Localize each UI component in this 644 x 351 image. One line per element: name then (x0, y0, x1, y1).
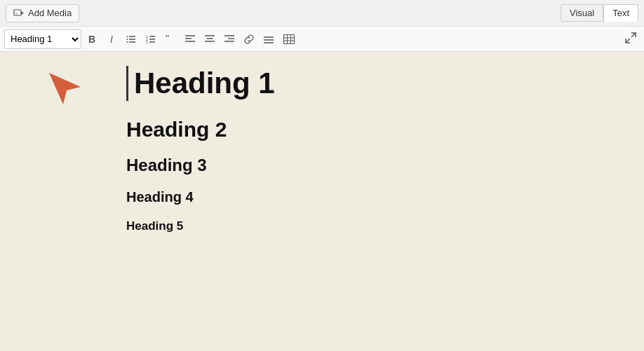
expand-icon (624, 32, 637, 44)
align-left-icon (185, 34, 195, 44)
table-icon (283, 34, 295, 44)
svg-point-7 (127, 39, 128, 40)
more-button[interactable] (260, 30, 278, 48)
ol-button[interactable]: 1.2.3. (142, 30, 160, 48)
editor-tabs: Visual Text (561, 4, 638, 22)
heading-1[interactable]: Heading 1 (134, 66, 616, 101)
arrow-cursor-svg (42, 66, 105, 129)
table-button[interactable] (279, 30, 299, 48)
italic-button[interactable]: I (102, 30, 121, 48)
align-left-button[interactable] (181, 30, 199, 48)
heading-3[interactable]: Heading 3 (126, 156, 616, 175)
expand-button[interactable] (622, 30, 640, 48)
svg-marker-1 (21, 11, 24, 15)
svg-rect-28 (284, 34, 295, 43)
blockquote-icon: " (166, 34, 175, 44)
editor-content[interactable]: Heading 1 Heading 2 Heading 3 Heading 4 … (126, 66, 616, 233)
editor-toolbar: Paragraph Heading 1 Heading 2 Heading 3 … (0, 27, 644, 52)
cursor-arrow (42, 66, 105, 129)
align-right-button[interactable] (220, 30, 239, 48)
link-icon (244, 34, 254, 44)
add-media-icon: + (13, 8, 25, 19)
blockquote-button[interactable]: " (161, 30, 180, 48)
svg-line-33 (631, 33, 636, 37)
align-right-icon (224, 34, 234, 44)
editor-area[interactable]: Heading 1 Heading 2 Heading 3 Heading 4 … (0, 52, 644, 351)
svg-text:": " (166, 34, 169, 44)
add-media-button[interactable]: + Add Media (6, 4, 79, 22)
tab-text[interactable]: Text (603, 4, 638, 22)
heading-4[interactable]: Heading 4 (126, 189, 616, 205)
heading-2[interactable]: Heading 2 (126, 118, 616, 142)
bold-button[interactable]: B (83, 30, 101, 48)
svg-marker-35 (49, 73, 81, 104)
ol-icon: 1.2.3. (146, 34, 156, 44)
top-bar: + Add Media Visual Text (0, 0, 644, 27)
align-center-button[interactable] (201, 30, 219, 48)
svg-text:+: + (15, 11, 18, 15)
svg-point-6 (127, 36, 128, 37)
svg-line-34 (626, 39, 630, 43)
ul-icon (126, 34, 136, 44)
tab-visual[interactable]: Visual (561, 4, 603, 22)
svg-text:3.: 3. (146, 40, 149, 43)
link-button[interactable] (240, 30, 258, 48)
ul-button[interactable] (122, 30, 140, 48)
add-media-label: Add Media (28, 8, 72, 18)
align-center-icon (205, 34, 215, 44)
more-icon (264, 34, 274, 44)
svg-point-8 (127, 41, 128, 43)
h1-block: Heading 1 (126, 66, 616, 101)
format-select[interactable]: Paragraph Heading 1 Heading 2 Heading 3 … (4, 29, 81, 49)
heading-5[interactable]: Heading 5 (126, 219, 616, 233)
